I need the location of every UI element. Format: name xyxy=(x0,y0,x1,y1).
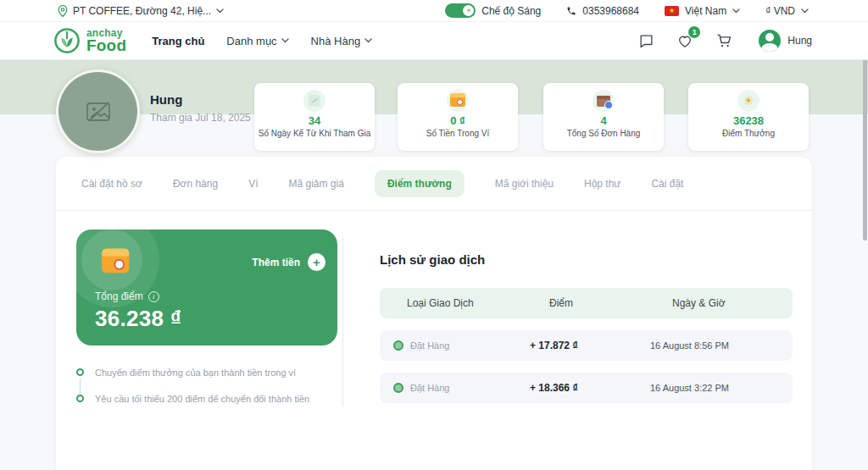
transaction-type: Đặt Hàng xyxy=(410,340,449,351)
phone-number: 0353968684 xyxy=(582,5,639,17)
logo-text: anchay Food xyxy=(86,28,126,53)
profile-name: Hung xyxy=(150,92,182,107)
stat-card-wallet: 0 ₫ Số Tiền Trong Ví xyxy=(398,83,518,151)
nav-categories-label: Danh mục xyxy=(226,35,276,47)
account-tabs: Cài đặt hồ sơ Đơn hàng Ví Mã giảm giá Đi… xyxy=(56,157,812,211)
phone-icon xyxy=(566,6,576,16)
chevron-down-icon xyxy=(732,8,740,14)
country-label: Việt Nam xyxy=(685,5,726,17)
logo-leaf-icon xyxy=(53,26,81,55)
reward-points-card: Thêm tiền Tổng điểm 36.238 ₫ xyxy=(76,229,337,346)
top-utility-bar: PT COFFEE, Đường 42, Hiệ... ☀ Chế độ Sán… xyxy=(0,0,868,22)
column-header-type: Loại Giao Dịch xyxy=(380,297,522,309)
transaction-table-header: Loại Giao Dịch Điểm Ngày & Giờ xyxy=(380,288,793,318)
tab-wallet[interactable]: Ví xyxy=(248,178,258,190)
main-header: anchay Food Trang chủ Danh mục Nhà Hàng … xyxy=(0,22,868,60)
profile-avatar xyxy=(56,69,140,153)
transaction-datetime: 16 August 8:56 PM xyxy=(648,340,793,351)
currency-selector[interactable]: ₫ VND xyxy=(765,5,809,17)
wallet-icon xyxy=(447,90,469,112)
currency-label: ₫ VND xyxy=(765,5,795,17)
transaction-history-title: Lịch sử giao dịch xyxy=(380,252,485,267)
page: PT COFFEE, Đường 42, Hiệ... ☀ Chế độ Sán… xyxy=(0,0,868,470)
chat-icon xyxy=(638,33,654,49)
user-avatar-icon xyxy=(759,30,781,52)
wallet-icon xyxy=(102,252,129,273)
stat-value: 0 ₫ xyxy=(450,114,465,127)
column-header-datetime: Ngày & Giờ xyxy=(648,297,793,309)
nav-categories[interactable]: Danh mục xyxy=(226,35,288,47)
coin-icon xyxy=(393,340,403,351)
user-name: Hung xyxy=(787,35,812,47)
theme-toggle-group: ☀ Chế độ Sáng xyxy=(445,3,541,18)
timeline-dot xyxy=(76,395,84,402)
cart-icon xyxy=(715,32,732,49)
chevron-down-icon xyxy=(216,8,224,14)
chevron-down-icon xyxy=(801,8,809,14)
wishlist-count-badge: 1 xyxy=(688,26,700,38)
tab-referral-code[interactable]: Mã giới thiệu xyxy=(495,178,554,190)
reward-note: Chuyển điểm thưởng của bạn thành tiền tr… xyxy=(95,368,296,378)
phone-group[interactable]: 0353968684 xyxy=(566,5,639,17)
tab-settings[interactable]: Cài đặt xyxy=(651,178,683,190)
stat-label: Số Tiền Trong Ví xyxy=(426,129,490,138)
timeline-dot xyxy=(76,368,84,376)
image-placeholder-icon xyxy=(303,90,326,112)
total-points-amount: 36.238 ₫ xyxy=(95,306,182,332)
sun-icon: ☀ xyxy=(737,90,760,112)
main-nav: Trang chủ Danh mục Nhà Hàng xyxy=(152,35,372,47)
transaction-datetime: 16 August 3:22 PM xyxy=(648,383,793,393)
logo[interactable]: anchay Food xyxy=(53,26,126,55)
location-pin-icon xyxy=(58,5,68,17)
profile-joined-date: Tham gia Jul 18, 2025 xyxy=(150,112,251,124)
chevron-down-icon xyxy=(281,38,289,43)
chevron-down-icon xyxy=(364,38,372,43)
stat-value: 4 xyxy=(600,114,606,127)
cart-button[interactable] xyxy=(715,31,733,50)
column-header-points: Điểm xyxy=(522,297,648,309)
stat-label: Tổng Số Đơn Hàng xyxy=(567,129,641,138)
add-money-label: Thêm tiền xyxy=(252,257,300,268)
package-icon xyxy=(593,90,615,112)
stat-label: Số Ngày Kể Từ Khi Tham Gia xyxy=(259,129,371,138)
transaction-type-cell: Đặt Hàng xyxy=(380,383,522,393)
tab-inbox[interactable]: Hộp thư xyxy=(584,178,620,190)
total-points-row: Tổng điểm xyxy=(95,290,159,302)
tab-coupons[interactable]: Mã giảm giá xyxy=(289,178,344,190)
theme-toggle[interactable]: ☀ xyxy=(445,3,476,18)
tab-orders[interactable]: Đơn hàng xyxy=(173,178,218,190)
stat-card-days: 34 Số Ngày Kể Từ Khi Tham Gia xyxy=(254,83,375,151)
coin-icon xyxy=(393,383,403,393)
reward-note: Yêu cầu tối thiểu 200 điểm để chuyển đổi… xyxy=(95,394,309,404)
tab-profile-settings[interactable]: Cài đặt hồ sơ xyxy=(81,178,142,190)
nav-restaurants-label: Nhà Hàng xyxy=(311,35,361,47)
sun-icon: ☀ xyxy=(463,5,474,16)
transaction-points: + 17.872 ₫ xyxy=(522,340,648,351)
wishlist-button[interactable]: 1 xyxy=(676,31,694,50)
vietnam-flag-icon: ★ xyxy=(665,6,679,16)
transaction-type-cell: Đặt Hàng xyxy=(380,340,522,351)
country-selector[interactable]: ★ Việt Nam xyxy=(665,5,740,17)
nav-home[interactable]: Trang chủ xyxy=(152,35,204,47)
stat-value: 36238 xyxy=(733,114,764,127)
tab-reward-points[interactable]: Điểm thưởng xyxy=(375,170,465,197)
transaction-row: Đặt Hàng + 18.366 ₫ 16 August 3:22 PM xyxy=(380,373,793,403)
stat-value: 34 xyxy=(309,114,320,127)
stat-card-points: ☀ 36238 Điểm Thưởng xyxy=(688,83,809,151)
messages-button[interactable] xyxy=(637,31,655,50)
info-icon[interactable] xyxy=(148,291,159,302)
stat-card-orders: 4 Tổng Số Đơn Hàng xyxy=(543,83,664,151)
account-panel: Cài đặt hồ sơ Đơn hàng Ví Mã giảm giá Đi… xyxy=(56,157,812,470)
stat-label: Điểm Thưởng xyxy=(722,129,775,138)
transaction-row: Đặt Hàng + 17.872 ₫ 16 August 8:56 PM xyxy=(380,330,793,361)
transaction-points: + 18.366 ₫ xyxy=(522,382,648,394)
location-selector[interactable]: PT COFFEE, Đường 42, Hiệ... xyxy=(58,5,224,17)
header-actions: 1 Hung xyxy=(637,30,812,52)
nav-restaurants[interactable]: Nhà Hàng xyxy=(311,35,373,47)
vertical-divider xyxy=(342,235,343,406)
logo-word-food: Food xyxy=(86,37,126,53)
user-menu[interactable]: Hung xyxy=(759,30,812,52)
image-off-icon xyxy=(85,100,112,124)
theme-label: Chế độ Sáng xyxy=(481,5,541,17)
add-money-button[interactable]: Thêm tiền xyxy=(252,253,326,271)
